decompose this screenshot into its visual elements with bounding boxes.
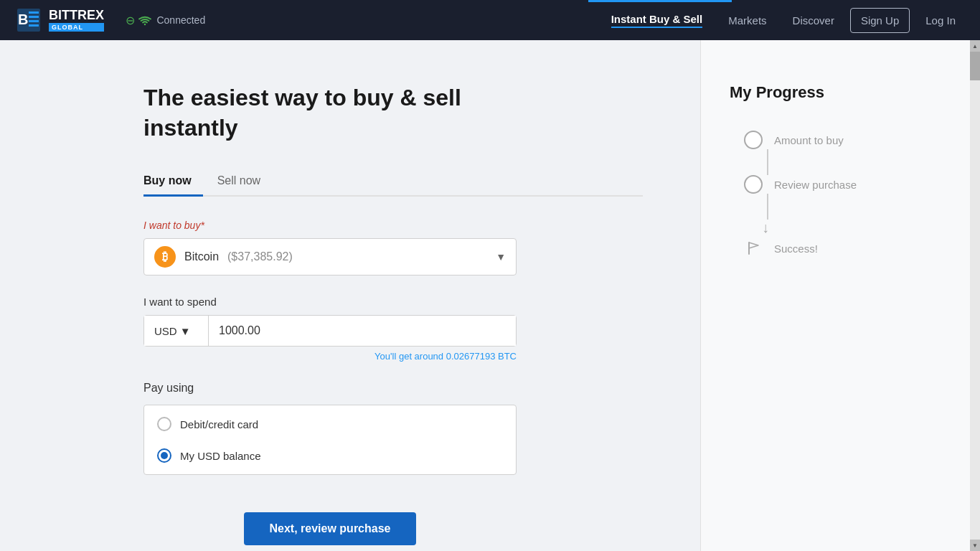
buy-crypto-group: I want to buy* ₿ Bitcoin ($37,385.92) ▼ [143, 220, 643, 276]
step-circle-review [744, 175, 763, 194]
brand-logo: B [14, 6, 43, 34]
content-area: The easiest way to buy & sell instantly … [0, 40, 700, 551]
crypto-name: Bitcoin [184, 250, 219, 263]
spend-input-wrapper: USD ▼ [143, 315, 517, 347]
page-title: The easiest way to buy & sell instantly [143, 83, 643, 143]
progress-step-review: Review purchase [744, 175, 857, 194]
button-row: Next, review purchase [143, 495, 517, 545]
sidebar-area: My Progress Amount to buy Review purchas… [700, 40, 980, 551]
radio-debit-credit[interactable] [157, 417, 171, 431]
crypto-price: ($37,385.92) [227, 250, 293, 263]
navbar: B BITTREX GLOBAL ⊖ Connected Instant Buy… [0, 0, 980, 40]
connected-badge: ⊖ Connected [126, 14, 205, 27]
step-arrow-row: ↓ [744, 220, 769, 236]
pay-using-label: Pay using [143, 382, 643, 395]
my-progress-title: My Progress [730, 83, 824, 102]
progress-step-amount: Amount to buy [744, 131, 844, 149]
spend-label: I want to spend [143, 296, 643, 308]
step-connector-2 [767, 194, 768, 220]
svg-text:B: B [18, 11, 28, 27]
step-label-success: Success! [774, 242, 818, 255]
brand-name: BITTREX [49, 9, 104, 22]
brand-sub: GLOBAL [49, 23, 104, 32]
pay-using-group: Pay using Debit/credit card My USD balan… [143, 382, 643, 475]
scrollbar-thumb[interactable] [970, 52, 980, 80]
scrollbar[interactable]: ▲ ▼ [970, 40, 980, 551]
currency-select[interactable]: USD ▼ [144, 316, 209, 346]
svg-rect-4 [29, 16, 39, 18]
nav-instant-buy-sell[interactable]: Instant Buy & Sell [601, 7, 713, 34]
down-arrow-icon: ↓ [762, 220, 769, 236]
nav-signup[interactable]: Sign Up [850, 8, 910, 33]
pay-options-container: Debit/credit card My USD balance [143, 405, 517, 475]
conversion-hint: You'll get around 0.02677193 BTC [143, 351, 517, 362]
scrollbar-up-button[interactable]: ▲ [970, 40, 980, 52]
currency-chevron-icon: ▼ [180, 325, 191, 337]
tab-buy-now[interactable]: Buy now [143, 169, 203, 197]
nav-markets[interactable]: Markets [718, 9, 776, 32]
scrollbar-down-button[interactable]: ▼ [970, 540, 980, 551]
progress-steps: Amount to buy Review purchase ↓ [730, 131, 857, 258]
brand-text: BITTREX GLOBAL [49, 9, 104, 32]
connected-text: Connected [156, 14, 205, 26]
crypto-select-dropdown[interactable]: ₿ Bitcoin ($37,385.92) ▼ [143, 238, 517, 276]
pay-option-debit-label: Debit/credit card [180, 418, 258, 430]
svg-rect-3 [29, 11, 39, 14]
btc-icon: ₿ [154, 246, 176, 268]
tab-bar: Buy now Sell now [143, 169, 643, 197]
buy-label: I want to buy* [143, 220, 643, 231]
pay-option-usd-label: My USD balance [180, 450, 261, 462]
step-connector-1 [767, 149, 768, 175]
nav-login[interactable]: Log In [915, 9, 966, 32]
next-review-button[interactable]: Next, review purchase [244, 512, 417, 545]
pay-option-debit-credit[interactable]: Debit/credit card [144, 408, 516, 440]
amount-input[interactable] [209, 316, 516, 346]
top-progress-bar [0, 0, 980, 2]
step-label-amount: Amount to buy [774, 134, 844, 146]
radio-usd-balance[interactable] [157, 448, 171, 463]
page-title-line2: instantly [143, 115, 238, 141]
nav-discover[interactable]: Discover [783, 9, 844, 32]
step-circle-amount [744, 131, 763, 149]
radio-inner-usd [161, 452, 168, 459]
navbar-right: Instant Buy & Sell Markets Discover Sign… [601, 7, 966, 34]
svg-rect-6 [29, 24, 39, 27]
top-progress-fill [588, 0, 732, 2]
crypto-select-left: ₿ Bitcoin ($37,385.92) [154, 246, 293, 268]
svg-rect-5 [29, 20, 39, 22]
spend-group: I want to spend USD ▼ You'll get around … [143, 296, 643, 362]
currency-label: USD [154, 325, 177, 337]
chevron-down-icon: ▼ [496, 251, 506, 263]
wifi-icon: ⊖ [126, 14, 152, 27]
tab-sell-now[interactable]: Sell now [217, 169, 272, 197]
brand: B BITTREX GLOBAL [14, 6, 104, 34]
pay-option-usd-balance[interactable]: My USD balance [144, 440, 516, 471]
progress-step-success: Success! [744, 239, 818, 258]
step-flag-icon [744, 239, 763, 258]
step-label-review: Review purchase [774, 179, 857, 191]
page-title-line1: The easiest way to buy & sell [143, 85, 461, 110]
main-layout: The easiest way to buy & sell instantly … [0, 40, 980, 551]
